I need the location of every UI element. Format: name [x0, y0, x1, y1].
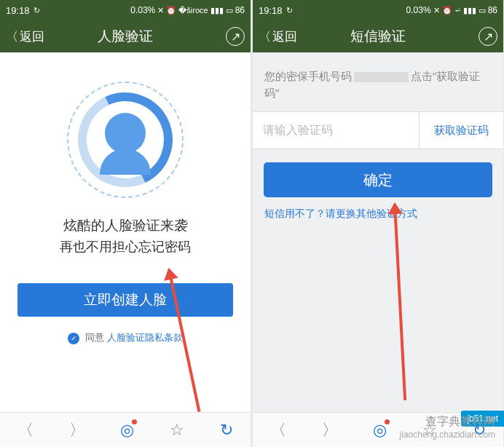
nav-bar: 〈 返回 短信验证 ↗	[253, 20, 503, 52]
page-title: 人脸验证	[98, 27, 153, 46]
page-title: 短信验证	[350, 27, 406, 46]
get-code-button[interactable]: 获取验证码	[419, 112, 503, 149]
nav-back-icon[interactable]: 〈	[264, 416, 292, 444]
alternate-verify-link[interactable]: 短信用不了？请更换其他验证方式	[253, 197, 503, 231]
nav-compass-icon[interactable]: ◎	[114, 418, 140, 443]
share-icon: ↗	[484, 30, 493, 44]
wifi-icon: ⩫	[454, 6, 461, 15]
chevron-left-icon: 〈	[6, 28, 18, 45]
agree-prefix: 同意	[85, 332, 104, 343]
nav-star-icon[interactable]: ☆	[164, 418, 190, 443]
status-bar: 19:18 ↻ 0.03% ✕ ⏰ �široce ▮▮▮ ▭ 86	[0, 0, 251, 20]
mute-icon: ✕	[433, 6, 440, 15]
battery-level: 86	[488, 5, 497, 15]
nav-bar: 〈 返回 人脸验证 ↗	[0, 20, 251, 52]
mute-icon: ✕	[157, 6, 164, 15]
nav-refresh-icon[interactable]: ↻	[214, 418, 239, 443]
checkbox-checked-icon[interactable]: ✓	[68, 333, 79, 344]
phone-left: 19:18 ↻ 0.03% ✕ ⏰ �široce ▮▮▮ ▭ 86 〈 返回 …	[0, 0, 251, 447]
chevron-left-icon: 〈	[259, 28, 271, 45]
agree-row: ✓ 同意 人脸验证隐私条款	[0, 331, 251, 344]
alarm-icon: ⏰	[166, 6, 176, 15]
phone-right: 19:18 ↻ 0.03% ✕ ⏰ ⩫ ▮▮▮ ▭ 86 〈 返回 短信验证 ↗	[253, 0, 503, 447]
nav-compass-icon[interactable]: ◎	[367, 418, 393, 443]
share-button[interactable]: ↗	[479, 27, 497, 46]
subhead: 再也不用担心忘记密码	[0, 238, 251, 256]
nav-forward-icon[interactable]: 〉	[63, 416, 91, 444]
masked-phone	[354, 72, 409, 82]
status-percent: 0.03%	[406, 5, 431, 15]
share-button[interactable]: ↗	[226, 27, 245, 46]
status-bar: 19:18 ↻ 0.03% ✕ ⏰ ⩫ ▮▮▮ ▭ 86	[253, 0, 503, 20]
battery-icon: ▭	[479, 6, 486, 15]
nav-forward-icon[interactable]: 〉	[316, 416, 344, 444]
headline: 炫酷的人脸验证来袭	[0, 216, 251, 235]
status-time: 19:18	[259, 5, 283, 16]
nav-back-icon[interactable]: 〈	[12, 416, 39, 444]
code-input-row: 获取验证码	[253, 111, 503, 149]
battery-icon: ▭	[226, 6, 233, 15]
face-graphic	[67, 82, 184, 198]
create-face-button[interactable]: 立即创建人脸	[17, 283, 233, 317]
watermark: 查字典教程网 jiaocheng.chazidian.com	[400, 414, 495, 440]
refresh-icon: ↻	[34, 6, 40, 15]
back-button[interactable]: 〈 返回	[6, 28, 44, 45]
privacy-terms-link[interactable]: 人脸验证隐私条款	[107, 332, 183, 343]
back-button[interactable]: 〈 返回	[259, 28, 297, 45]
alarm-icon: ⏰	[442, 6, 452, 15]
verification-code-input[interactable]	[253, 112, 419, 149]
share-icon: ↗	[231, 30, 240, 44]
content-area: 您的密保手机号码点击"获取验证码" 获取验证码 确定 短信用不了？请更换其他验证…	[253, 52, 503, 412]
status-percent: 0.03%	[130, 5, 155, 15]
bottom-nav: 〈 〉 ◎ ☆ ↻	[0, 412, 251, 447]
refresh-icon: ↻	[286, 6, 293, 15]
signal-icon: ▮▮▮	[210, 6, 224, 15]
battery-level: 86	[235, 5, 245, 15]
signal-icon: ▮▮▮	[463, 6, 476, 15]
content-area: 炫酷的人脸验证来袭 再也不用担心忘记密码 立即创建人脸 ✓ 同意 人脸验证隐私条…	[0, 52, 251, 412]
status-time: 19:18	[6, 5, 30, 16]
hint-text: 您的密保手机号码点击"获取验证码"	[253, 52, 503, 111]
wifi-icon: �široce	[178, 6, 208, 15]
confirm-button[interactable]: 确定	[264, 162, 492, 197]
